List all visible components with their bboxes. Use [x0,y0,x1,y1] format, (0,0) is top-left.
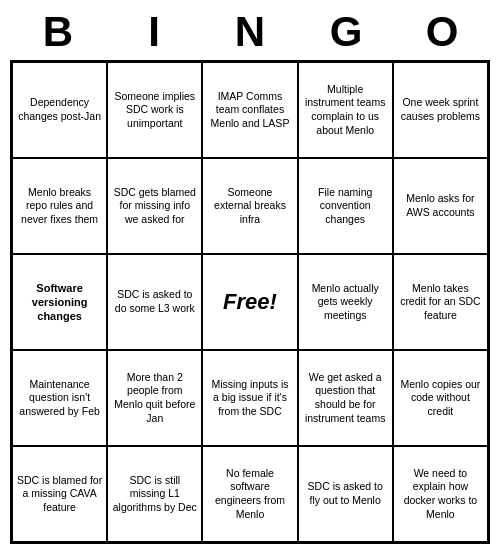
bingo-cell-0[interactable]: Dependency changes post-Jan [12,62,107,158]
bingo-cell-21[interactable]: SDC is still missing L1 algorithms by De… [107,446,202,542]
bingo-letter-g: G [303,8,389,56]
bingo-cell-14[interactable]: Menlo takes credit for an SDC feature [393,254,488,350]
bingo-cell-16[interactable]: More than 2 people from Menlo quit befor… [107,350,202,446]
bingo-header: BINGO [10,0,490,60]
bingo-cell-9[interactable]: Menlo asks for AWS accounts [393,158,488,254]
bingo-cell-2[interactable]: IMAP Comms team conflates Menlo and LASP [202,62,297,158]
bingo-cell-15[interactable]: Maintenance question isn't answered by F… [12,350,107,446]
bingo-cell-5[interactable]: Menlo breaks repo rules and never fixes … [12,158,107,254]
bingo-cell-12[interactable]: Free! [202,254,297,350]
bingo-cell-10[interactable]: Software versioning changes [12,254,107,350]
bingo-grid: Dependency changes post-JanSomeone impli… [10,60,490,544]
bingo-letter-o: O [399,8,485,56]
bingo-cell-7[interactable]: Someone external breaks infra [202,158,297,254]
bingo-cell-8[interactable]: File naming convention changes [298,158,393,254]
bingo-cell-11[interactable]: SDC is asked to do some L3 work [107,254,202,350]
bingo-cell-24[interactable]: We need to explain how docker works to M… [393,446,488,542]
bingo-cell-17[interactable]: Missing inputs is a big issue if it's fr… [202,350,297,446]
bingo-cell-1[interactable]: Someone implies SDC work is unimportant [107,62,202,158]
bingo-cell-22[interactable]: No female software engineers from Menlo [202,446,297,542]
bingo-cell-23[interactable]: SDC is asked to fly out to Menlo [298,446,393,542]
bingo-letter-i: I [111,8,197,56]
bingo-letter-n: N [207,8,293,56]
bingo-cell-6[interactable]: SDC gets blamed for missing info we aske… [107,158,202,254]
bingo-cell-4[interactable]: One week sprint causes problems [393,62,488,158]
bingo-cell-13[interactable]: Menlo actually gets weekly meetings [298,254,393,350]
bingo-cell-18[interactable]: We get asked a question that should be f… [298,350,393,446]
bingo-cell-19[interactable]: Menlo copies our code without credit [393,350,488,446]
bingo-cell-20[interactable]: SDC is blamed for a missing CAVA feature [12,446,107,542]
bingo-letter-b: B [15,8,101,56]
bingo-cell-3[interactable]: Multiple instrument teams complain to us… [298,62,393,158]
